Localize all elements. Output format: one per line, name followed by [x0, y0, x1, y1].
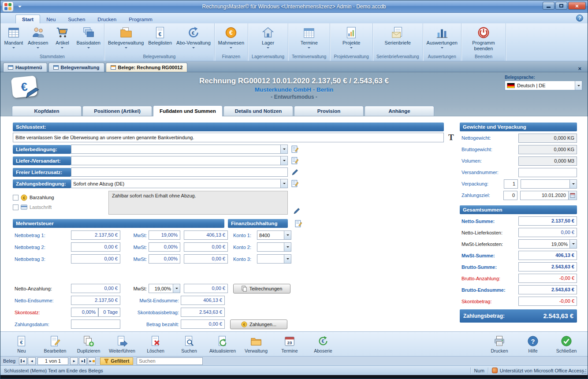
toolbar-hilfe[interactable]: ? Hilfe	[517, 334, 549, 355]
pencil-icon[interactable]	[293, 208, 300, 215]
toolbar-drucken[interactable]: Drucken	[484, 334, 515, 355]
new-record-button[interactable]: ►	[88, 357, 96, 365]
ribbon-tab-programm[interactable]: Programm	[123, 15, 159, 23]
edit-list-icon[interactable]	[291, 180, 299, 187]
language-combobox[interactable]: Deutsch | DE	[505, 81, 582, 90]
toolbar-verwaltung[interactable]: Verwaltung	[240, 334, 272, 355]
toolbar-bearbeiten[interactable]: Bearbeiten	[39, 334, 71, 355]
lastschrift-option[interactable]: Lastschrift	[13, 202, 108, 212]
volumen-value[interactable]: 0,000 M3	[518, 156, 577, 166]
dropdown-button[interactable]	[569, 180, 577, 188]
first-record-button[interactable]: ◄	[19, 357, 27, 365]
text-format-icon[interactable]: T	[448, 133, 454, 142]
mwst2-satz[interactable]: 0,00%	[149, 242, 180, 252]
skonto-tage-value[interactable]: 0 Tage	[98, 308, 120, 317]
ribbon-item-programm-beenden[interactable]: Programm beenden	[463, 25, 504, 52]
ribbon-item-projekte[interactable]: Projekte	[340, 25, 363, 51]
versandart-combobox[interactable]	[71, 156, 288, 165]
pencil-icon[interactable]	[291, 169, 298, 176]
toolbar-schliessen[interactable]: Schließen	[551, 334, 582, 355]
zahlungsbedingung-combobox[interactable]: Sofort ohne Abzug (DE)	[71, 179, 288, 188]
ribbon-item-mahnwesen[interactable]: € Mahnwesen	[216, 25, 246, 51]
skontobasisbetrag-value[interactable]: 2.543,63 €	[181, 308, 225, 317]
maximize-button[interactable]	[555, 2, 567, 10]
verpackung-combobox[interactable]	[521, 179, 577, 189]
ribbon-item-adressen[interactable]: Adressen	[26, 25, 50, 51]
nettobetrag2-value[interactable]: 0,00 €	[71, 242, 120, 252]
tab-hauptmenu[interactable]: Hauptmenü	[3, 63, 47, 72]
ribbon-item-serienbriefe[interactable]: Serienbriefe	[383, 25, 413, 47]
ribbon-tab-start[interactable]: Start	[15, 15, 40, 23]
tab-belege-rechnung[interactable]: Belege: Rechnung RG00012	[106, 63, 188, 72]
netto-anzahlung-value[interactable]: 0,00 €	[71, 284, 120, 293]
verpackung-count[interactable]: 1	[504, 179, 518, 189]
anzahlung-betrag[interactable]: 0,00 €	[184, 284, 228, 293]
mwst2-betrag[interactable]: 0,00 €	[184, 242, 228, 252]
ribbon-tab-neu[interactable]: Neu	[40, 15, 62, 23]
ribbon-item-belegverwaltung[interactable]: Belegverwaltung	[106, 25, 145, 51]
zahlungen-button[interactable]: € Zahlungen...	[230, 320, 287, 329]
dropdown-button[interactable]	[284, 255, 291, 263]
toolbar-loeschen[interactable]: Löschen	[140, 334, 171, 355]
toolbar-aboserie[interactable]: € Aboserie	[307, 334, 339, 355]
last-record-button[interactable]: ►	[79, 357, 87, 365]
dropdown-button[interactable]	[284, 231, 291, 239]
nettogewicht-value[interactable]: 0,000 KG	[518, 134, 577, 143]
nettobetrag3-value[interactable]: 0,00 €	[71, 254, 120, 264]
mwst1-betrag[interactable]: 406,13 €	[184, 230, 228, 240]
netto-endsumme-value[interactable]: 2.137,50 €	[71, 296, 120, 305]
toolbar-duplizieren[interactable]: Duplizieren	[73, 334, 104, 355]
mwst-summe-value[interactable]: 406,13 €	[518, 251, 577, 260]
ribbon-tab-drucken[interactable]: Drucken	[91, 15, 123, 23]
edit-list-icon[interactable]	[291, 145, 299, 153]
brutto-anzahlung-value[interactable]: -0,00 €	[518, 274, 577, 283]
ribbon-item-lager[interactable]: Lager	[257, 25, 279, 51]
next-record-button[interactable]: ►	[70, 357, 78, 365]
lieferzusatz-input[interactable]	[71, 167, 288, 177]
tab-belegverwaltung[interactable]: Belegverwaltung	[48, 63, 104, 72]
toolbar-neu[interactable]: € Neu	[6, 334, 37, 355]
netto-summe-value[interactable]: 2.137,50 €	[518, 216, 577, 226]
ribbon-tab-suchen[interactable]: Suchen	[62, 15, 91, 23]
dropdown-button[interactable]	[280, 179, 287, 188]
mwst1-satz[interactable]: 19,00%	[149, 230, 180, 240]
tab-kopfdaten[interactable]: Kopfdaten	[12, 106, 82, 116]
tab-provision[interactable]: Provision	[294, 106, 364, 116]
teilrechnungen-button[interactable]: Teilrechnungen	[233, 284, 290, 294]
lastschrift-checkbox[interactable]	[13, 204, 19, 210]
barzahlung-option[interactable]: € Barzahlung	[13, 193, 108, 202]
konto3-combobox[interactable]	[257, 254, 291, 264]
ribbon-item-artikel[interactable]: Artikel	[51, 25, 74, 51]
ribbon-item-auswertungen[interactable]: Auswertungen	[425, 25, 459, 51]
previous-record-button[interactable]: ◄	[28, 357, 36, 365]
konto1-combobox[interactable]: 8400	[257, 230, 291, 240]
dropdown-button[interactable]	[569, 240, 577, 248]
dropdown-button[interactable]	[280, 156, 287, 165]
minimize-button[interactable]	[543, 2, 555, 10]
dropdown-button[interactable]	[280, 145, 287, 153]
office-button[interactable]	[2, 1, 14, 12]
tab-anhaenge[interactable]: Anhänge	[365, 106, 434, 116]
mwst-endsumme-value[interactable]: 406,13 €	[181, 296, 225, 305]
tab-close-icon[interactable]: ×	[574, 65, 585, 72]
konto2-combobox[interactable]	[257, 242, 291, 252]
toolbar-termine[interactable]: 23 Termine	[274, 334, 305, 355]
tab-positionen[interactable]: Positionen (Artikel)	[82, 106, 152, 116]
zahlungsziel-date[interactable]: 10.01.2020	[520, 191, 569, 200]
edit-list-icon[interactable]	[291, 157, 299, 164]
close-button[interactable]: ×	[568, 2, 586, 10]
filter-toggle-button[interactable]: Gefiltert	[100, 357, 133, 365]
resize-grip[interactable]	[581, 369, 587, 374]
mwst-lieferkosten-combobox[interactable]: 19,00%	[518, 239, 577, 249]
skontosatz-value[interactable]: 0,00%	[71, 308, 98, 317]
schlusstext-input[interactable]	[13, 133, 444, 142]
betrag-bezahlt-value[interactable]: 0,00 €	[181, 320, 225, 329]
ribbon-item-termine[interactable]: Termine	[298, 25, 320, 51]
lieferbedingung-combobox[interactable]	[71, 145, 288, 154]
mwst3-satz[interactable]: 0,00%	[149, 254, 180, 264]
date-picker-button[interactable]	[569, 191, 577, 200]
help-button[interactable]: ?	[576, 15, 583, 22]
ribbon-item-beleglisten[interactable]: € Beleglisten	[146, 25, 174, 47]
mwst3-betrag[interactable]: 0,00 €	[184, 254, 228, 264]
barzahlung-checkbox[interactable]	[13, 195, 19, 201]
